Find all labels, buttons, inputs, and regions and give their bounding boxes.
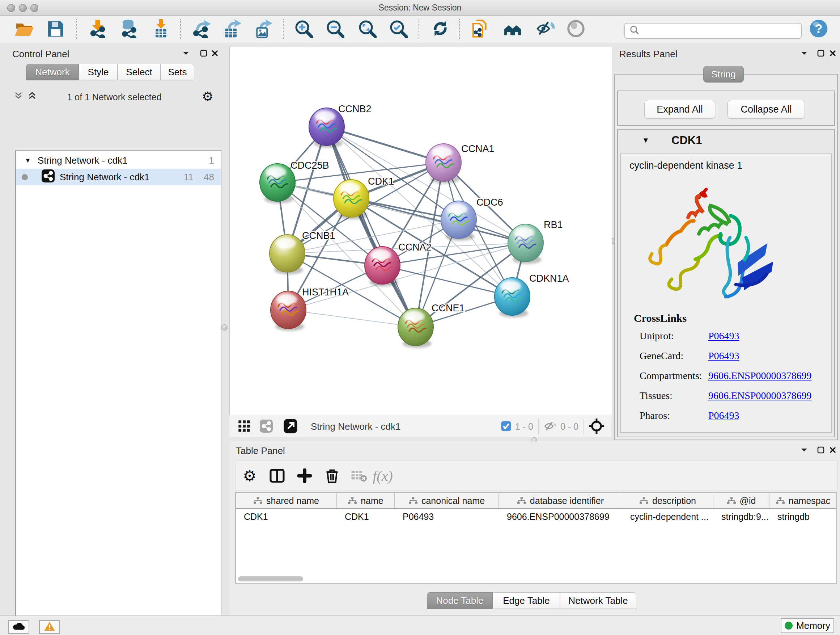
panel-float-icon[interactable] [815,48,827,59]
network-node-CDC6[interactable] [441,201,477,241]
hidden-eye-icon[interactable] [544,421,557,433]
eye-slash-icon [536,19,554,40]
collapse-all-button[interactable]: Collapse All [728,100,805,119]
table-header-row: shared name name canonical name database… [236,493,836,509]
toolbar-search[interactable] [624,23,802,39]
add-column-icon[interactable] [294,466,315,486]
network-node-CDK1[interactable] [333,180,369,219]
crosslink-link[interactable]: P06493 [708,350,739,362]
save-session-button[interactable] [45,19,66,40]
tab-style[interactable]: Style [79,64,118,80]
selected-checkbox[interactable] [501,421,512,433]
network-node-CCNE1[interactable] [398,308,433,348]
zoom-in-button[interactable] [293,19,314,40]
tab-node-table[interactable]: Node Table [427,592,493,609]
gear-icon[interactable]: ⚙ [240,466,260,486]
collapse-all-trees-icon[interactable] [14,91,23,102]
panel-close-icon[interactable] [827,48,839,59]
panel-float-icon[interactable] [197,48,210,59]
hide-selected-button[interactable] [535,19,556,40]
network-row[interactable]: String Network - cdk1 11 48 [16,169,221,185]
crosslink-link[interactable]: 9606.ENSP00000378699 [708,370,812,382]
export-network-button[interactable] [191,19,212,40]
zoom-selected-button[interactable] [388,19,409,40]
left-splitter-handle[interactable] [221,325,227,331]
first-neighbors-button[interactable] [502,19,523,40]
column-header[interactable]: description [622,493,714,508]
crosslink-link[interactable]: 9606.ENSP00000378699 [708,390,812,402]
table-panel-tabs: Node Table Edge Table Network Table [427,592,636,609]
crosslink-link[interactable]: P06493 [708,410,739,421]
refresh-button[interactable] [430,19,451,40]
section-expander-icon[interactable]: ▼ [642,136,649,144]
birdseye-crosshair-icon[interactable] [589,418,604,435]
zoom-out-icon [325,19,344,40]
tab-sets[interactable]: Sets [161,64,194,80]
tab-select[interactable]: Select [118,64,161,80]
memory-button[interactable]: Memory [781,618,834,633]
network-collection-row[interactable]: ▼ String Network - cdk1 1 [16,152,221,169]
node-label-CDKN1A: CDKN1A [529,273,569,284]
control-panel-tabs: Network Style Select Sets [26,64,194,80]
column-header[interactable]: canonical name [395,493,499,508]
node-table[interactable]: shared name name canonical name database… [235,492,837,584]
tab-network[interactable]: Network [26,64,79,80]
panel-close-icon[interactable] [827,445,839,455]
cloud-icon [12,622,25,632]
panel-float-icon[interactable] [815,445,827,455]
delete-column-icon[interactable] [322,466,342,486]
zoom-fit-button[interactable] [357,19,378,40]
help-button[interactable]: ? [808,19,829,40]
network-node-CCNB1[interactable] [270,234,305,274]
warnings-button[interactable] [39,620,60,634]
database-icon [119,19,138,40]
node-label-CCNA2: CCNA2 [398,242,431,253]
table-row[interactable]: CDK1 CDK1 P06493 9606.ENSP00000378699 cy… [236,509,836,524]
table-horizontal-scrollbar[interactable] [238,576,303,581]
crosslink-link[interactable]: P06493 [708,330,739,342]
network-node-HIST1H1A[interactable] [271,291,306,331]
grid-view-icon[interactable] [238,420,250,434]
import-table-button[interactable] [150,19,172,40]
network-selection-row: 1 of 1 Network selected ⚙ [6,88,229,104]
column-header[interactable]: database identifier [499,493,622,508]
panel-close-icon[interactable] [209,48,221,59]
expand-all-trees-icon[interactable] [27,91,37,102]
export-table-button[interactable] [221,19,242,40]
tab-network-table[interactable]: Network Table [560,592,636,609]
collection-count: 1 [209,155,214,166]
column-header[interactable]: name [337,493,395,508]
share-view-icon[interactable] [260,420,273,434]
show-all-button[interactable] [565,19,586,40]
panel-collapse-icon[interactable] [180,48,192,59]
export-image-button[interactable] [253,19,273,40]
zoom-out-button[interactable] [325,19,346,40]
expand-all-button[interactable]: Expand All [644,100,715,119]
panel-collapse-icon[interactable] [798,48,810,59]
detach-view-icon[interactable] [283,418,298,435]
gear-icon[interactable]: ⚙ [202,89,213,104]
network-canvas[interactable]: CCNB2CCNA1CDC25BCDK1CDC6RB1CCNB1CCNA2CDK… [229,47,612,416]
open-session-button[interactable] [14,19,35,40]
selected-count: 1 - 0 [515,421,533,432]
panel-collapse-icon[interactable] [798,445,810,455]
tab-edge-table[interactable]: Edge Table [493,592,560,609]
columns-icon[interactable] [267,466,287,486]
column-header[interactable]: @id [714,493,769,508]
network-node-CCNA1[interactable] [426,144,461,184]
network-node-CDC25B[interactable] [260,164,295,203]
network-node-RB1[interactable] [508,224,543,264]
protein-structure-image [645,176,782,311]
column-header[interactable]: namespac [769,493,836,508]
import-network-database-button[interactable] [118,19,139,40]
cloud-button[interactable] [8,620,29,634]
column-header[interactable]: shared name [236,493,337,508]
zoom-fit-icon [358,19,377,40]
network-node-CCNA2[interactable] [365,247,400,287]
clone-network-button[interactable] [470,19,491,40]
import-network-file-button[interactable] [88,19,109,40]
network-node-CDKN1A[interactable] [494,278,530,318]
search-input[interactable] [643,25,801,36]
tab-string[interactable]: String [703,66,744,82]
tree-expander-icon[interactable]: ▼ [25,157,31,165]
